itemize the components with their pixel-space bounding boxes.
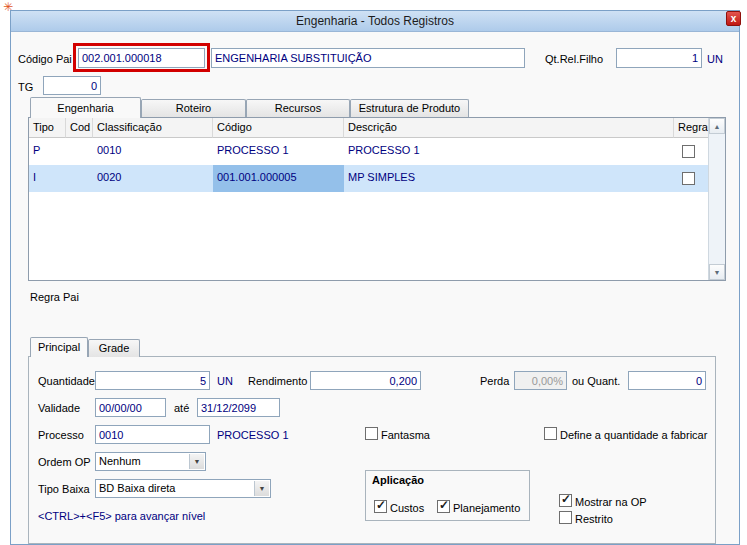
- processo-desc: PROCESSO 1: [217, 429, 289, 441]
- processo-label: Processo: [38, 429, 84, 441]
- col-header-regra[interactable]: Regra: [674, 118, 708, 138]
- rendimento-input[interactable]: 0,200: [310, 371, 421, 390]
- planejamento-label: Planejamento: [453, 502, 520, 514]
- mostrar-na-op-label: Mostrar na OP: [575, 496, 647, 508]
- ate-input[interactable]: 31/12/2099: [197, 398, 280, 417]
- table-scrollbar[interactable]: ▲ ▼: [708, 118, 725, 280]
- tab-roteiro[interactable]: Roteiro: [141, 99, 246, 117]
- fantasma-label: Fantasma: [381, 429, 430, 441]
- table-row-selected[interactable]: I 0020 001.001.000005 MP SIMPLES: [29, 165, 708, 192]
- custos-label: Custos: [390, 502, 424, 514]
- cell-classificacao: 0010: [97, 144, 121, 156]
- close-button[interactable]: x: [726, 11, 741, 26]
- qt-rel-filho-input[interactable]: 1: [616, 48, 702, 68]
- cell-tipo: P: [33, 144, 40, 156]
- quantidade-unit: UN: [217, 375, 233, 387]
- col-header-tipo[interactable]: Tipo: [29, 118, 66, 138]
- fantasma-checkbox[interactable]: [365, 427, 378, 440]
- validade-input[interactable]: 00/00/00: [95, 398, 166, 417]
- perda-label: Perda: [480, 375, 509, 387]
- planejamento-checkbox[interactable]: [437, 500, 450, 513]
- tg-input[interactable]: 0: [43, 76, 101, 95]
- regra-pai-label: Regra Pai: [30, 291, 79, 303]
- close-icon: x: [731, 13, 737, 24]
- subtab-principal[interactable]: Principal: [30, 337, 88, 357]
- col-header-cod[interactable]: Cod: [66, 118, 93, 138]
- validade-label: Validade: [38, 402, 80, 414]
- rendimento-label: Rendimento: [248, 375, 307, 387]
- dialog-title: Engenharia - Todos Registros: [296, 14, 454, 28]
- chevron-down-icon[interactable]: ▼: [189, 454, 204, 469]
- processo-input[interactable]: 0010: [95, 425, 210, 444]
- screen: ✳ Engenharia - Todos Registros x Código …: [0, 0, 747, 545]
- qt-rel-filho-unit: UN: [707, 53, 723, 65]
- scroll-up-icon[interactable]: ▲: [709, 118, 725, 134]
- ou-quant-input[interactable]: 0: [628, 371, 706, 390]
- scroll-down-icon[interactable]: ▼: [709, 264, 725, 280]
- subtab-grade[interactable]: Grade: [88, 339, 140, 357]
- tab-estrutura-produto[interactable]: Estrutura de Produto: [350, 99, 469, 117]
- cell-descricao: MP SIMPLES: [348, 171, 415, 183]
- col-header-descricao[interactable]: Descrição: [344, 118, 674, 138]
- chevron-down-icon[interactable]: ▼: [254, 481, 269, 496]
- cell-tipo: I: [33, 171, 36, 183]
- cell-codigo: PROCESSO 1: [217, 144, 289, 156]
- custos-checkbox[interactable]: [374, 500, 387, 513]
- define-checkbox[interactable]: [544, 427, 557, 440]
- define-label: Define a quantidade a fabricar: [560, 429, 707, 441]
- regra-checkbox[interactable]: [682, 145, 695, 158]
- quantidade-input[interactable]: 5: [95, 371, 210, 390]
- restrito-checkbox[interactable]: [559, 511, 572, 524]
- descricao-pai-input[interactable]: ENGENHARIA SUBSTITUIÇÃO: [211, 48, 525, 68]
- shortcut-hint: <CTRL>+<F5> para avançar nível: [38, 510, 205, 522]
- tipo-baixa-label: Tipo Baixa: [38, 483, 90, 495]
- col-header-codigo[interactable]: Código: [213, 118, 344, 138]
- codigo-pai-label: Código Pai: [18, 53, 72, 65]
- codigo-pai-input[interactable]: 002.001.000018: [78, 48, 205, 68]
- cell-descricao: PROCESSO 1: [348, 144, 420, 156]
- tg-label: TG: [18, 81, 33, 93]
- ordem-op-value: Nenhum: [99, 455, 141, 467]
- tab-engenharia[interactable]: Engenharia: [30, 97, 141, 118]
- aplicacao-label: Aplicação: [372, 474, 424, 486]
- ate-label: até: [174, 402, 189, 414]
- table-row[interactable]: P 0010 PROCESSO 1 PROCESSO 1: [29, 138, 708, 165]
- restrito-label: Restrito: [575, 513, 613, 525]
- tipo-baixa-value: BD Baixa direta: [99, 482, 175, 494]
- tipo-baixa-select[interactable]: BD Baixa direta ▼: [95, 479, 271, 498]
- cell-classificacao: 0020: [97, 171, 121, 183]
- perda-input: 0,00%: [514, 371, 567, 390]
- regra-checkbox[interactable]: [682, 172, 695, 185]
- qt-rel-filho-label: Qt.Rel.Filho: [545, 53, 603, 65]
- cell-codigo-editing[interactable]: 001.001.000005: [213, 165, 344, 192]
- ou-quant-label: ou Quant.: [572, 375, 620, 387]
- col-header-classificacao[interactable]: Classificação: [93, 118, 213, 138]
- dialog-titlebar[interactable]: Engenharia - Todos Registros: [11, 11, 739, 32]
- ordem-op-select[interactable]: Nenhum ▼: [95, 452, 206, 471]
- mostrar-na-op-checkbox[interactable]: [559, 494, 572, 507]
- quantidade-label: Quantidade: [38, 375, 95, 387]
- tab-recursos[interactable]: Recursos: [246, 99, 350, 117]
- engineering-grid: Tipo Cod Classificação Código Descrição …: [28, 117, 726, 281]
- ordem-op-label: Ordem OP: [38, 456, 91, 468]
